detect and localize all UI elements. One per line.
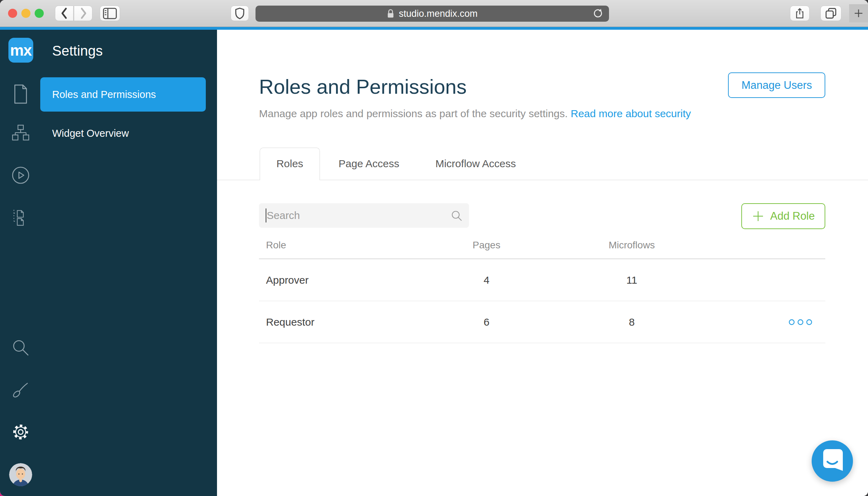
column-header-role: Role: [259, 240, 434, 251]
forward-button[interactable]: [74, 6, 92, 21]
share-button[interactable]: [790, 6, 810, 21]
sidebar-item-roles-and-permissions[interactable]: Roles and Permissions: [40, 77, 206, 112]
window-minimize-button[interactable]: [21, 9, 30, 18]
back-button[interactable]: [55, 6, 74, 21]
user-avatar[interactable]: [9, 463, 32, 486]
plus-icon: [752, 210, 764, 222]
tabs-overview-icon: [825, 7, 837, 19]
reload-icon[interactable]: [593, 8, 603, 19]
browser-window: studio.mendix.com: [0, 0, 868, 496]
microflows-count-cell: 11: [539, 274, 724, 286]
column-header-microflows: Microflows: [539, 240, 724, 251]
page-subtitle: Manage app roles and permissions as part…: [217, 98, 868, 120]
address-bar[interactable]: studio.mendix.com: [255, 6, 609, 22]
column-header-pages: Pages: [434, 240, 539, 251]
sidebar-panel-icon: [103, 8, 117, 19]
pages-count-cell: 4: [434, 274, 539, 286]
share-icon: [794, 7, 805, 19]
table-row[interactable]: Approver 4 11: [259, 259, 825, 301]
table-row[interactable]: Requestor 6 8: [259, 301, 825, 343]
row-ellipsis-menu-icon[interactable]: [788, 319, 813, 326]
new-tab-button[interactable]: [849, 4, 868, 22]
shield-icon: [234, 7, 245, 19]
tab-microflow-access[interactable]: Microflow Access: [418, 148, 533, 180]
browser-accent-strip: [0, 27, 868, 30]
settings-gear-icon[interactable]: [11, 423, 30, 441]
main-content: Roles and Permissions Manage app roles a…: [217, 30, 868, 496]
search-magnifier-icon: [451, 210, 463, 223]
add-role-label: Add Role: [770, 210, 815, 222]
table-toolbar: Add Role: [259, 203, 825, 229]
text-caret: [266, 208, 266, 222]
sidebar-item-label: Roles and Permissions: [52, 89, 156, 100]
mendix-logo[interactable]: mx: [8, 38, 33, 63]
lock-icon: [387, 9, 394, 19]
chat-bubble-icon: [815, 444, 850, 479]
plus-icon: [853, 8, 864, 19]
search-box[interactable]: [259, 203, 469, 228]
read-more-security-link[interactable]: Read more about security: [570, 108, 691, 119]
add-role-button[interactable]: Add Role: [741, 203, 825, 229]
pages-tree-icon[interactable]: [11, 208, 30, 227]
tab-overview-button[interactable]: [820, 6, 841, 21]
role-name-cell: Requestor: [259, 316, 434, 328]
chevron-right-icon: [79, 7, 88, 20]
browser-toolbar: studio.mendix.com: [0, 0, 868, 27]
url-text: studio.mendix.com: [399, 8, 477, 19]
window-zoom-button[interactable]: [35, 9, 44, 18]
table-header-row: Role Pages Microflows: [259, 232, 825, 259]
privacy-shield-button[interactable]: [231, 6, 249, 21]
sidebar-item-widget-overview[interactable]: Widget Overview: [52, 121, 129, 145]
microflows-count-cell: 8: [539, 316, 724, 328]
manage-users-button[interactable]: Manage Users: [728, 72, 825, 98]
pages-count-cell: 6: [434, 316, 539, 328]
widget-overview-icon[interactable]: [11, 124, 30, 143]
sidebar: mx Settings Roles and Permissions: [0, 30, 217, 496]
sidebar-title: Settings: [52, 43, 103, 59]
sidebar-item-label: Widget Overview: [52, 128, 129, 139]
role-name-cell: Approver: [259, 274, 434, 286]
window-close-button[interactable]: [8, 9, 17, 18]
search-icon[interactable]: [11, 338, 30, 357]
paintbrush-icon[interactable]: [11, 381, 30, 399]
document-icon[interactable]: [11, 85, 30, 104]
search-input[interactable]: [259, 203, 469, 228]
tab-bar: Roles Page Access Microflow Access: [217, 148, 868, 180]
chevron-left-icon: [60, 7, 69, 20]
row-actions-cell: [724, 319, 825, 326]
tab-page-access[interactable]: Page Access: [320, 148, 418, 180]
play-icon[interactable]: [11, 166, 30, 185]
sidebar-toggle-button[interactable]: [100, 6, 120, 21]
subtitle-text: Manage app roles and permissions as part…: [259, 108, 568, 119]
tab-roles[interactable]: Roles: [260, 148, 320, 180]
chat-launcher-button[interactable]: [812, 440, 853, 482]
